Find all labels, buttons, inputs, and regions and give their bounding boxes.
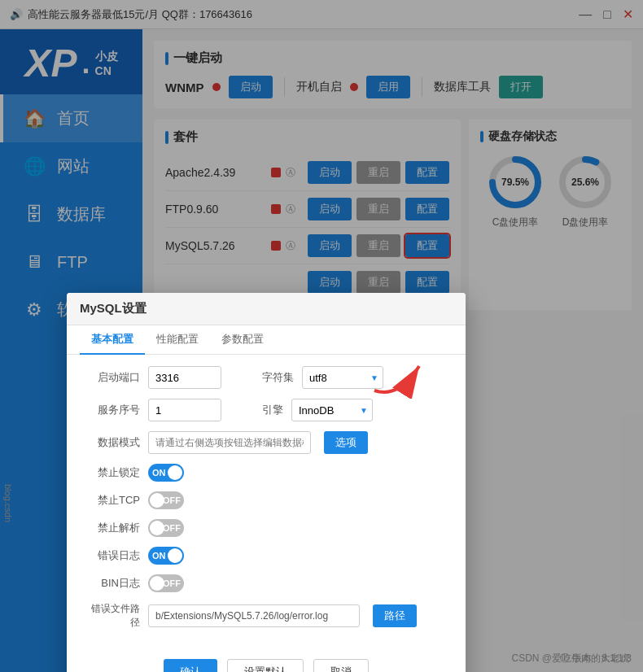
serverid-input[interactable] (148, 399, 221, 421)
resolve-toggle[interactable]: OFF (148, 519, 184, 537)
tcp-label: 禁止TCP (83, 493, 140, 508)
modal-body: 启动端口 字符集 utf8 utf8mb4 gbk ▼ 服务序号 引擎 Inno… (67, 355, 466, 651)
resolve-label: 禁止解析 (83, 521, 140, 535)
tab-param-config[interactable]: 参数配置 (210, 325, 275, 355)
serverid-engine-row: 服务序号 引擎 InnoDB MyISAM ▼ (83, 399, 449, 421)
errorlog-row: 错误日志 ON (83, 547, 449, 565)
errorlog-toggle-knob (168, 548, 182, 563)
errorpath-label: 错误文件路径 (83, 602, 140, 630)
modal-title: MySQL设置 (67, 293, 466, 325)
tab-basic-config[interactable]: 基本配置 (80, 325, 145, 355)
engine-label: 引擎 (262, 403, 283, 417)
engine-select[interactable]: InnoDB MyISAM (291, 399, 373, 421)
modal-footer: 确认 设置默认 取消 (67, 651, 466, 672)
errorlog-toggle[interactable]: ON (148, 547, 184, 565)
cancel-button[interactable]: 取消 (313, 659, 369, 672)
lock-row: 禁止锁定 ON (83, 464, 449, 482)
confirm-button[interactable]: 确认 (164, 659, 217, 672)
lock-toggle[interactable]: ON (148, 464, 184, 482)
binlog-row: BIN日志 OFF (83, 574, 449, 592)
tcp-toggle[interactable]: OFF (148, 491, 184, 509)
resolve-row: 禁止解析 OFF (83, 519, 449, 537)
errorpath-button[interactable]: 路径 (373, 604, 417, 627)
binlog-label: BIN日志 (83, 576, 140, 591)
port-input[interactable] (148, 366, 221, 389)
datamode-input (148, 431, 311, 454)
charset-label: 字符集 (262, 370, 294, 385)
port-label: 启动端口 (83, 370, 140, 385)
serverid-label: 服务序号 (83, 403, 140, 417)
tcp-row: 禁止TCP OFF (83, 491, 449, 509)
tab-performance-config[interactable]: 性能配置 (145, 325, 210, 355)
errorpath-input[interactable] (148, 604, 360, 627)
lock-label: 禁止锁定 (83, 465, 140, 480)
binlog-toggle[interactable]: OFF (148, 574, 184, 592)
datamode-label: 数据模式 (83, 435, 140, 450)
engine-select-wrap: InnoDB MyISAM ▼ (291, 399, 373, 421)
errorlog-label: 错误日志 (83, 548, 140, 563)
lock-toggle-knob (168, 465, 182, 480)
errorpath-row: 错误文件路径 路径 (83, 602, 449, 630)
datamode-row: 数据模式 选项 (83, 431, 449, 454)
red-arrow (366, 350, 431, 399)
set-default-button[interactable]: 设置默认 (227, 659, 304, 672)
datamode-option-button[interactable]: 选项 (324, 431, 368, 454)
